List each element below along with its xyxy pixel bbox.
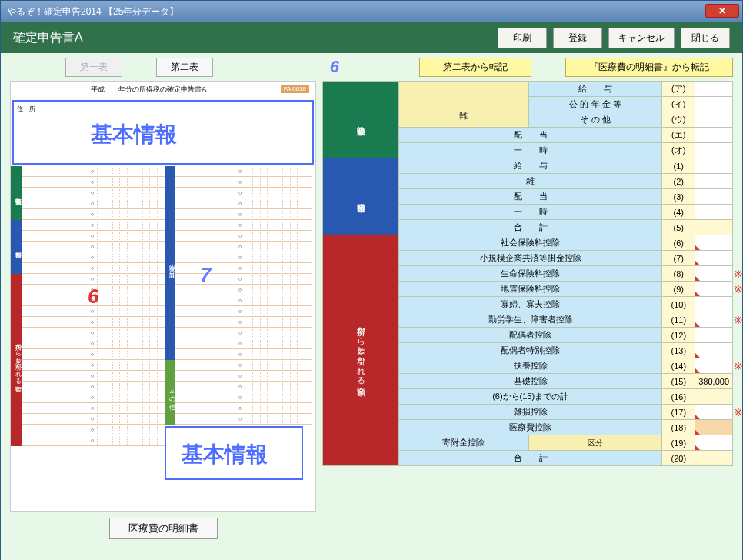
row-label: 合 計 [399,220,662,235]
row-label: 配偶者控除 [399,328,662,343]
annotation-6: 6 [330,57,339,76]
save-button[interactable]: 登録 [553,28,602,48]
preview-sect-income: 収入金額等 [11,166,22,220]
input-deduct-9[interactable]: ※ [695,282,733,297]
row-label: 給 与 [399,158,662,174]
form-title: 平成 年分の所得税の確定申告書A [91,85,206,93]
row-idx: (14) [662,358,695,374]
row-label: 雑 [399,174,662,189]
output-amount-5 [695,220,733,235]
input-deduct-17[interactable]: ※ [695,405,733,420]
row-idx: (イ) [662,97,695,112]
transfer-from-second-button[interactable]: 第二表から転記 [419,58,531,77]
row-label: 雑損控除 [399,405,662,420]
row-idx: (1) [662,158,695,174]
input-deduct-20 [695,451,733,466]
edit-table: 収入金額等 雑 給 与 (ア) 公 的 年 金 等 (イ) そ の 他 (ウ) [322,81,733,466]
row-label: (6)から(15)までの計 [399,389,662,405]
row-idx: (11) [662,312,695,328]
row-idx: (10) [662,297,695,312]
header-bar: 確定申告書A 印刷 登録 キャンセル 閉じる [1,22,742,53]
bottom-basic-info-region[interactable]: 基本情報 [165,426,303,480]
input-amount-2[interactable] [695,174,733,189]
medical-detail-button[interactable]: 医療費の明細書 [109,518,218,539]
input-income-e[interactable] [695,128,733,143]
form-preview-header: 平成 年分の所得税の確定申告書A FA 0018 [11,82,315,98]
input-deduct-12[interactable] [695,328,733,343]
input-income-i[interactable] [695,97,733,112]
asterisk-icon: ※ [734,406,742,418]
tab-second[interactable]: 第二表 [156,58,213,77]
input-deduct-14[interactable]: ※ [695,358,733,374]
row-idx: (3) [662,189,695,205]
right-edit-pane: 収入金額等 雑 給 与 (ア) 公 的 年 金 等 (イ) そ の 他 (ウ) [322,81,733,539]
row-idx: (エ) [662,128,695,143]
row-idx: (オ) [662,143,695,158]
side-label-amount: 所得金額 [323,158,399,235]
side-label-income: 収入金額等 [323,82,399,158]
input-amount-1[interactable] [695,158,733,174]
content-area: 第一表 第二表 6 第二表から転記 『医療費の明細書』から転記 平成 年分の所得… [1,53,742,560]
kubun-label[interactable]: 区分 [528,435,662,451]
row-label: 小規模企業共済等掛金控除 [399,251,662,266]
close-icon[interactable]: ✕ [705,4,739,18]
row-label: 勤労学生、障害者控除 [399,312,662,328]
row-idx: (18) [662,420,695,435]
input-income-a[interactable] [695,82,733,97]
row-label: 一 時 [399,205,662,220]
overlay-basic-info-1: 基本情報 [91,120,177,149]
left-preview-column: 平成 年分の所得税の確定申告書A FA 0018 住 所 基本情報 収入金額等 … [10,81,316,539]
row-idx: (13) [662,343,695,358]
input-deduct-19[interactable] [695,435,733,451]
page-title: 確定申告書A [13,30,491,46]
input-amount-3[interactable] [695,189,733,205]
basic-info-region[interactable]: 住 所 基本情報 [12,100,314,165]
row-idx: (16) [662,389,695,405]
address-label: 住 所 [14,102,312,116]
cancel-button[interactable]: キャンセル [608,28,675,48]
row-idx: (ウ) [662,112,695,128]
input-income-u[interactable] [695,112,733,128]
input-deduct-10[interactable] [695,297,733,312]
input-deduct-11[interactable]: ※ [695,312,733,328]
row-idx: (5) [662,220,695,235]
asterisk-icon: ※ [734,268,742,280]
form-code: FA 0018 [281,85,309,93]
print-button[interactable]: 印刷 [498,28,547,48]
input-deduct-13[interactable] [695,343,733,358]
top-toolbar: 第一表 第二表 6 第二表から転記 『医療費の明細書』から転記 [10,56,733,78]
close-button[interactable]: 閉じる [681,28,730,48]
input-deduct-7[interactable] [695,251,733,266]
row-label: 基礎控除 [399,374,662,389]
asterisk-icon: ※ [734,360,742,372]
row-label: 寡婦、寡夫控除 [399,297,662,312]
form-preview[interactable]: 平成 年分の所得税の確定申告書A FA 0018 住 所 基本情報 収入金額等 … [10,81,316,512]
titlebar: やるぞ！確定申告2014 【25年分データ】 ✕ [1,1,742,22]
input-income-o[interactable] [695,143,733,158]
row-idx: (8) [662,266,695,282]
row-idx: (4) [662,205,695,220]
row-label: 医療費控除 [399,420,662,435]
side-label-deduct: 所得から差し引かれる金額 [323,235,399,466]
input-deduct-6[interactable] [695,235,733,251]
input-amount-4[interactable] [695,205,733,220]
preview-sect-tax: 税金の計算 [165,166,175,360]
tab-first[interactable]: 第一表 [65,58,122,77]
row-label: 公 的 年 金 等 [528,97,662,112]
row-label: 一 時 [399,143,662,158]
row-idx: (15) [662,374,695,389]
preview-sect-deduct: 所得から差し引かれる金額 [11,274,22,446]
row-idx: (7) [662,251,695,266]
transfer-from-medical-button[interactable]: 『医療費の明細書』から転記 [565,58,733,77]
row-idx: (2) [662,174,695,189]
asterisk-icon: ※ [734,314,742,326]
input-deduct-18 [695,420,733,435]
input-deduct-8[interactable]: ※ [695,266,733,282]
input-deduct-15: 380,000 [695,374,733,389]
row-label: 地震保険料控除 [399,282,662,297]
row-idx: (19) [662,435,695,451]
row-idx: (ア) [662,82,695,97]
sub-label-misc: 雑 [399,82,529,128]
row-idx: (12) [662,328,695,343]
row-idx: (6) [662,235,695,251]
